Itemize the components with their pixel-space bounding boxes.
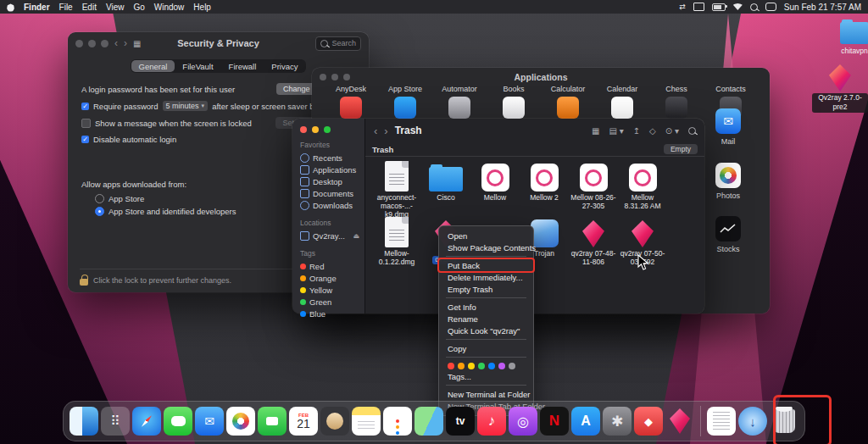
app-item-stocks[interactable]: Stocks	[703, 216, 754, 253]
dock-netflix-icon[interactable]: N	[540, 407, 569, 436]
sidebar-tag-orange[interactable]: Orange	[300, 272, 364, 284]
app-label[interactable]: Automator	[432, 85, 487, 93]
calendar-icon[interactable]	[611, 97, 633, 119]
automator-icon[interactable]	[448, 97, 470, 119]
file-mellow-2[interactable]: Mellow 2	[520, 158, 569, 219]
menu-view[interactable]: View	[106, 3, 125, 12]
dock-appstore-icon[interactable]: A	[571, 407, 600, 436]
file-mellow[interactable]: Mellow	[470, 158, 520, 219]
dock-qv2ray-icon[interactable]	[665, 407, 694, 436]
control-center-icon[interactable]	[765, 3, 776, 11]
menu-item-empty-trash[interactable]: Empty Trash	[439, 283, 533, 295]
lock-icon[interactable]	[80, 279, 88, 286]
dock-podcasts-icon[interactable]: ◎	[509, 407, 537, 436]
menu-edit[interactable]: Edit	[82, 3, 97, 12]
menu-finder[interactable]: Finder	[24, 3, 50, 12]
dock-textedit-icon[interactable]	[707, 407, 736, 436]
app-label[interactable]: Books	[487, 85, 541, 93]
menu-item-tags[interactable]: Tags...	[439, 370, 533, 382]
sidebar-tag-green[interactable]: Green	[300, 296, 364, 308]
action-menu-icon[interactable]: ⊙ ▾	[665, 126, 679, 136]
menu-item-show-package-contents[interactable]: Show Package Contents	[439, 241, 533, 253]
interval-dropdown[interactable]: 5 minutes ▾	[163, 101, 209, 111]
dock-contacts-icon[interactable]	[320, 407, 349, 436]
dock-reminders-icon[interactable]	[383, 407, 412, 436]
green-tag-swatch[interactable]	[478, 363, 485, 369]
dock-facetime-icon[interactable]	[258, 407, 287, 436]
icon-view-icon[interactable]: ▦	[592, 126, 599, 136]
menu-help[interactable]: Help	[193, 3, 211, 12]
empty-trash-button[interactable]: Empty	[664, 144, 698, 154]
app-store-icon[interactable]	[394, 97, 416, 119]
disable-auto-login-checkbox[interactable]: ✓	[81, 136, 89, 143]
tab-privacy[interactable]: Privacy	[264, 60, 305, 72]
desktop-icon-chitavpn[interactable]: chitavpn	[827, 22, 868, 55]
app-label[interactable]: Calculator	[541, 85, 595, 93]
app-item-mail[interactable]: ✉ Mail	[703, 108, 754, 146]
red-tag-swatch[interactable]	[448, 363, 454, 369]
menu-file[interactable]: File	[59, 3, 73, 12]
menu-item-new-terminal[interactable]: New Terminal at Folder	[439, 388, 533, 400]
menu-item-delete-immediately[interactable]: Delete Immediately...	[439, 271, 533, 283]
zoom-button[interactable]	[324, 126, 331, 133]
dock-photos-icon[interactable]	[226, 407, 255, 436]
dock-safari-icon[interactable]	[132, 407, 161, 436]
dock-finder-icon[interactable]	[70, 407, 98, 436]
dock-calendar-icon[interactable]: FEB 21	[289, 407, 318, 436]
menu-item-put-back[interactable]: Put Back	[439, 259, 533, 271]
app-store-radio[interactable]	[95, 194, 104, 203]
file-qv2ray-0748[interactable]: qv2ray 07-48-11-806	[569, 214, 618, 267]
sidebar-item-documents[interactable]: Documents	[300, 187, 364, 199]
fast-user-switch-icon[interactable]: ⇄	[679, 3, 686, 11]
share-icon[interactable]: ↥	[633, 126, 640, 136]
tab-filevault[interactable]: FileVault	[175, 60, 220, 72]
app-label[interactable]: Chess	[649, 85, 704, 93]
desktop-icon-qv2ray[interactable]: Qv2ray 2.7.0-pre2	[812, 64, 868, 113]
dock-downloads-icon[interactable]: ↓	[738, 407, 767, 436]
app-label[interactable]: App Store	[378, 85, 432, 93]
chess-icon[interactable]	[665, 97, 687, 119]
app-store-identified-radio[interactable]	[95, 207, 104, 216]
app-label[interactable]: AnyDesk	[324, 85, 378, 93]
sidebar-item-desktop[interactable]: Desktop	[300, 175, 364, 187]
list-view-icon[interactable]: ▤ ▾	[609, 126, 623, 136]
menu-item-copy[interactable]: Copy	[439, 342, 533, 354]
show-message-checkbox[interactable]	[81, 119, 91, 128]
dock-music-icon[interactable]: ♪	[477, 407, 506, 436]
gray-tag-swatch[interactable]	[509, 363, 515, 369]
minimize-button[interactable]	[312, 126, 319, 133]
dock-maps-icon[interactable]	[415, 407, 443, 436]
tab-firewall[interactable]: Firewall	[221, 60, 264, 72]
wifi-icon[interactable]	[733, 3, 743, 10]
orange-tag-swatch[interactable]	[458, 363, 465, 369]
menu-window[interactable]: Window	[154, 3, 185, 12]
sidebar-item-recents[interactable]: Recents	[300, 152, 364, 164]
sidebar-tag-blue[interactable]: Blue	[300, 308, 364, 319]
menu-bar-clock[interactable]: Sun Feb 21 7:57 AM	[784, 3, 861, 12]
menu-item-rename[interactable]: Rename	[439, 313, 533, 325]
dock-settings-icon[interactable]: ✱	[603, 407, 632, 436]
file-cisco-folder[interactable]: Cisco	[421, 158, 470, 219]
yellow-tag-swatch[interactable]	[468, 363, 475, 369]
dock-tv-icon[interactable]: tv	[446, 407, 475, 436]
dock-messages-icon[interactable]	[164, 407, 192, 436]
dock-launchpad-icon[interactable]: ⠿	[101, 407, 130, 436]
file-anyconnect-dmg[interactable]: anyconnect-macos-...-k9.dmg	[372, 158, 421, 219]
file-mellow-08[interactable]: Mellow 08-26-27-305	[569, 158, 618, 219]
dock-notes-icon[interactable]	[352, 407, 381, 436]
battery-icon[interactable]	[712, 3, 726, 11]
sidebar-item-qv2ray-volume[interactable]: Qv2ray... ⏏	[300, 230, 364, 241]
dock-qv2ray-installer-icon[interactable]: ◆	[634, 407, 663, 436]
file-mellow-dmg[interactable]: Mellow-0.1.22.dmg	[372, 214, 421, 267]
search-icon[interactable]	[688, 127, 696, 135]
eject-icon[interactable]: ⏏	[353, 232, 359, 240]
calculator-icon[interactable]	[557, 97, 579, 119]
forward-button[interactable]: ›	[384, 125, 387, 137]
file-mellow-831[interactable]: Mellow 8.31.26 AM	[618, 158, 667, 219]
app-label[interactable]: Contacts	[704, 85, 758, 93]
blue-tag-swatch[interactable]	[488, 363, 495, 369]
apple-menu-icon[interactable]	[7, 3, 14, 12]
anydesk-icon[interactable]	[340, 97, 362, 119]
tag-icon[interactable]: ◇	[649, 126, 656, 136]
tab-general[interactable]: General	[131, 60, 175, 72]
